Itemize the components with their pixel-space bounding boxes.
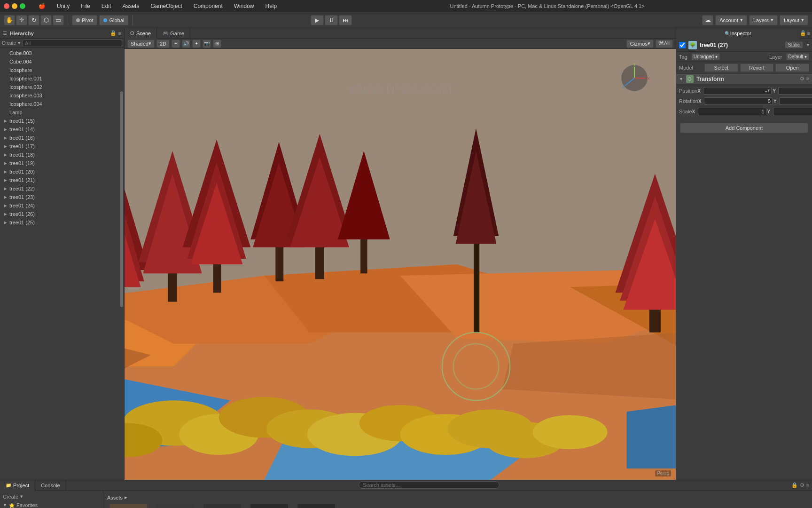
scene-grid-btn[interactable]: ⊞ <box>213 40 221 48</box>
menu-unity[interactable]: Unity <box>55 2 71 10</box>
hierarchy-menu[interactable]: ≡ <box>118 30 121 36</box>
transform-settings[interactable]: ⚙ <box>800 76 804 82</box>
minimize-button[interactable] <box>12 3 17 9</box>
scale-y-input[interactable] <box>773 108 812 115</box>
move-tool[interactable]: ✛ <box>16 15 27 25</box>
pos-y-input[interactable] <box>778 87 812 95</box>
hierarchy-item-tree16[interactable]: ▶ tree01 (16) <box>0 134 124 142</box>
hierarchy-item-icosphere[interactable]: Icosphere <box>0 66 124 74</box>
menu-assets[interactable]: Assets <box>120 2 141 10</box>
tab-inspector[interactable]: 🔍 Inspector <box>676 28 800 39</box>
transform-menu[interactable]: ≡ <box>806 76 809 82</box>
hierarchy-item-tree26[interactable]: ▶ tree01 (26) <box>0 210 124 218</box>
rect-tool[interactable]: ▭ <box>53 15 64 25</box>
asset-lock-button[interactable]: 🔒 <box>791 482 798 488</box>
maximize-button[interactable] <box>20 3 25 9</box>
scale-tool[interactable]: ⬡ <box>40 15 52 25</box>
scene-fx-btn[interactable]: ✦ <box>192 40 201 48</box>
hierarchy-create-label[interactable]: Create <box>2 40 16 46</box>
asset-item-shrub01[interactable]: ▶ shrub01 <box>154 504 196 508</box>
scene-camera-btn[interactable]: 📷 <box>203 40 211 48</box>
menu-edit[interactable]: Edit <box>100 2 113 10</box>
layout-dropdown[interactable]: Layout ▾ <box>780 15 808 25</box>
scene-light-btn[interactable]: ☀ <box>172 40 180 48</box>
select-button[interactable]: Select <box>704 64 738 72</box>
hierarchy-item-tree23[interactable]: ▶ tree01 (23) <box>0 193 124 201</box>
static-button[interactable]: Static <box>785 41 803 48</box>
object-active-checkbox[interactable] <box>679 42 686 48</box>
hand-tool[interactable]: ✋ <box>4 15 15 25</box>
menu-window[interactable]: Window <box>232 2 256 10</box>
hierarchy-scrollbar[interactable] <box>120 91 123 307</box>
scale-x-input[interactable] <box>698 108 766 115</box>
layer-filter[interactable]: ⌘All <box>656 40 673 48</box>
tab-console[interactable]: Console <box>35 480 66 491</box>
2d-button[interactable]: 2D <box>156 40 170 48</box>
hierarchy-item-icosphere001[interactable]: Icosphere.001 <box>0 74 124 83</box>
breadcrumb-assets[interactable]: Assets <box>107 495 123 500</box>
rot-y-input[interactable] <box>779 97 812 105</box>
hierarchy-item-icosphere004[interactable]: Icosphere.004 <box>0 100 124 108</box>
menu-apple[interactable]: 🍎 <box>37 2 47 10</box>
pause-button[interactable]: ⏸ <box>325 15 338 25</box>
tab-game[interactable]: 🎮 Game <box>157 28 190 39</box>
hierarchy-item-tree21[interactable]: ▶ tree01 (21) <box>0 176 124 184</box>
revert-button[interactable]: Revert <box>740 64 774 72</box>
inspector-lock[interactable]: 🔒 <box>800 30 806 36</box>
asset-search-input[interactable] <box>359 481 500 489</box>
play-button[interactable]: ▶ <box>311 15 324 25</box>
menu-gameobject[interactable]: GameObject <box>148 2 184 10</box>
asset-settings-button[interactable]: ⚙ <box>800 482 804 488</box>
asset-item-shrub02[interactable]: ▶ shrub02 <box>201 504 243 508</box>
asset-item-terrain01[interactable]: ▶ terrain01 <box>248 504 290 508</box>
open-button[interactable]: Open <box>775 64 809 72</box>
pos-x-input[interactable] <box>703 87 772 95</box>
scene-audio-btn[interactable]: 🔊 <box>182 40 190 48</box>
hierarchy-item-tree18[interactable]: ▶ tree01 (18) <box>0 151 124 159</box>
rotate-tool[interactable]: ↻ <box>28 15 39 25</box>
hierarchy-item-tree19[interactable]: ▶ tree01 (19) <box>0 159 124 167</box>
hierarchy-item-tree15[interactable]: ▶ tree01 (15) <box>0 117 124 125</box>
tag-dropdown[interactable]: Untagged ▾ <box>691 53 720 60</box>
shading-dropdown[interactable]: Shaded ▾ <box>127 40 155 48</box>
static-chevron[interactable]: ▾ <box>807 42 809 48</box>
rot-x-input[interactable] <box>704 97 773 105</box>
add-component-button[interactable]: Add Component <box>680 123 808 133</box>
inspector-menu[interactable]: ≡ <box>807 31 810 36</box>
account-dropdown[interactable]: Account ▾ <box>715 15 747 25</box>
tab-project[interactable]: 📁 Project <box>0 480 35 491</box>
menu-help[interactable]: Help <box>263 2 279 10</box>
asset-menu-button[interactable]: ≡ <box>806 482 809 488</box>
tab-scene[interactable]: ⬡ Scene <box>125 28 157 39</box>
hierarchy-item-cube004[interactable]: Cube.004 <box>0 57 124 66</box>
hierarchy-lock[interactable]: 🔒 <box>110 30 117 36</box>
layer-dropdown[interactable]: Default ▾ <box>786 53 809 60</box>
layers-dropdown[interactable]: Layers ▾ <box>749 15 778 25</box>
close-button[interactable] <box>4 3 9 9</box>
gizmos-dropdown[interactable]: Gizmos ▾ <box>626 40 653 48</box>
asset-item-tree01[interactable]: ▶ tree01 <box>295 504 337 508</box>
hierarchy-item-tree20[interactable]: ▶ tree01 (20) <box>0 167 124 176</box>
hierarchy-item-tree24[interactable]: ▶ tree01 (24) <box>0 201 124 210</box>
step-button[interactable]: ⏭ <box>339 15 352 25</box>
hierarchy-item-cube003[interactable]: Cube.003 <box>0 49 124 57</box>
hierarchy-item-tree25[interactable]: ▶ tree01 (25) <box>0 218 124 227</box>
asset-item-materials[interactable]: Materials <box>107 504 149 508</box>
hierarchy-item-tree22[interactable]: ▶ tree01 (22) <box>0 184 124 193</box>
hierarchy-item-icosphere002[interactable]: Icosphere.002 <box>0 83 124 91</box>
hierarchy-item-tree14[interactable]: ▶ tree01 (14) <box>0 125 124 134</box>
global-button[interactable]: Global <box>99 15 128 25</box>
hierarchy-item-icosphere003[interactable]: Icosphere.003 <box>0 91 124 100</box>
cloud-button[interactable]: ☁ <box>702 15 713 25</box>
scene-view[interactable]: www.rr-sc.com Y X Z Persp <box>125 49 676 480</box>
menu-file[interactable]: File <box>79 2 92 10</box>
hierarchy-item-lamp[interactable]: Lamp <box>0 108 124 117</box>
transform-component-header[interactable]: ▼ ⬡ Transform ⚙ ≡ <box>676 74 812 84</box>
menu-component[interactable]: Component <box>192 2 225 10</box>
hierarchy-search-input[interactable] <box>23 40 122 47</box>
materials-thumb <box>109 504 147 508</box>
pivot-button[interactable]: Pivot <box>72 15 97 25</box>
project-create-label[interactable]: Create <box>3 494 18 500</box>
hierarchy-item-tree17[interactable]: ▶ tree01 (17) <box>0 142 124 151</box>
favorites-header[interactable]: ▼ ⭐ Favorites <box>3 502 100 508</box>
